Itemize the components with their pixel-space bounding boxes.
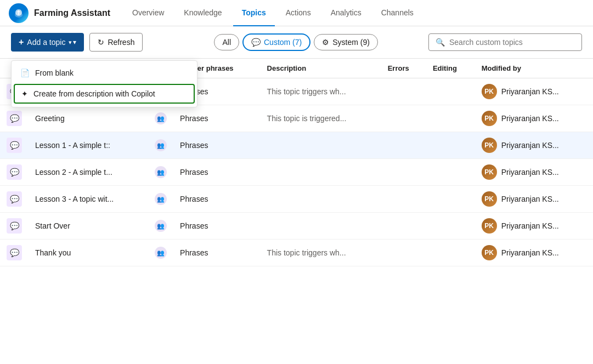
- modified-by-cell: PK Priyaranjan KS...: [475, 105, 593, 132]
- refresh-icon: ↻: [98, 38, 104, 47]
- modified-by-name: Priyaranjan KS...: [501, 114, 559, 123]
- description-cell: [261, 186, 381, 213]
- editing-cell: [426, 159, 475, 186]
- filter-system-button[interactable]: ⚙ System (9): [314, 34, 378, 50]
- editing-cell: [426, 105, 475, 132]
- top-nav-bar: Farming Assistant Overview Knowledge Top…: [0, 0, 593, 26]
- trigger-phrases-cell: Phrases: [173, 132, 261, 159]
- errors-cell: [381, 78, 426, 105]
- refresh-label: Refresh: [108, 38, 134, 47]
- filter-all-button[interactable]: All: [214, 34, 239, 50]
- nav-tab-topics[interactable]: Topics: [233, 0, 275, 26]
- phrases-icon: 👥: [155, 220, 167, 232]
- trigger-phrases-cell: Phrases: [173, 213, 261, 240]
- avatar: PK: [482, 164, 497, 180]
- nav-tab-knowledge[interactable]: Knowledge: [175, 0, 230, 26]
- table-row[interactable]: 💬Lesson 2 - A simple t...👥Phrases PK Pri…: [0, 159, 593, 186]
- modified-by-cell: PK Priyaranjan KS...: [475, 78, 593, 105]
- from-blank-item[interactable]: 📄 From blank: [12, 63, 197, 83]
- topic-type-icon: 💬: [7, 164, 22, 180]
- app-name-label: Farming Assistant: [34, 8, 110, 18]
- nav-tab-analytics[interactable]: Analytics: [322, 0, 370, 26]
- chat-icon: 💬: [251, 38, 261, 47]
- topic-name-cell: Lesson 2 - A simple t...: [29, 159, 148, 186]
- nav-tabs: Overview Knowledge Topics Actions Analyt…: [123, 0, 422, 26]
- add-topic-button[interactable]: + Add a topic ▾: [11, 33, 84, 52]
- topic-icon-cell: 💬: [0, 213, 29, 240]
- avatar: PK: [482, 138, 497, 153]
- trigger-phrases-cell: Phrases: [173, 105, 261, 132]
- logo-icon: [9, 3, 29, 23]
- toolbar: + Add a topic ▾ ↻ Refresh All 💬 Custom (…: [0, 26, 593, 59]
- avatar: PK: [482, 84, 497, 99]
- avatar: PK: [482, 245, 497, 260]
- filter-custom-button[interactable]: 💬 Custom (7): [242, 33, 310, 51]
- trigger-icon-cell: 👥: [148, 132, 173, 159]
- filter-system-label: System (9): [332, 38, 370, 47]
- col-editing: Editing: [426, 59, 475, 78]
- modified-by-info: PK Priyaranjan KS...: [482, 84, 586, 99]
- modified-by-info: PK Priyaranjan KS...: [482, 111, 586, 126]
- editing-cell: [426, 78, 475, 105]
- editing-cell: [426, 186, 475, 213]
- errors-cell: [381, 159, 426, 186]
- from-blank-label: From blank: [35, 69, 74, 77]
- nav-tab-channels[interactable]: Channels: [372, 0, 422, 26]
- trigger-icon-cell: 👥: [148, 213, 173, 240]
- table-row[interactable]: 💬Greeting👥PhrasesThis topic is triggered…: [0, 105, 593, 132]
- nav-tab-overview[interactable]: Overview: [123, 0, 173, 26]
- add-topic-dropdown: 📄 From blank ✦ Create from description w…: [11, 60, 197, 107]
- avatar: PK: [482, 111, 497, 126]
- topic-type-icon: 💬: [7, 191, 22, 207]
- trigger-phrases-cell: Phrases: [173, 240, 261, 266]
- description-cell: This topic triggers wh...: [261, 78, 381, 105]
- topic-type-icon: 💬: [7, 245, 22, 260]
- topic-icon-cell: 💬: [0, 159, 29, 186]
- topic-icon-cell: 💬: [0, 186, 29, 213]
- description-cell: This topic is triggered...: [261, 105, 381, 132]
- table-row[interactable]: 💬Lesson 3 - A topic wit...👥Phrases PK Pr…: [0, 186, 593, 213]
- editing-cell: [426, 132, 475, 159]
- search-input[interactable]: [449, 38, 575, 47]
- modified-by-name: Priyaranjan KS...: [501, 221, 559, 230]
- col-modified: Modified by: [475, 59, 593, 78]
- refresh-button[interactable]: ↻ Refresh: [89, 33, 143, 52]
- phrases-icon: 👥: [155, 193, 167, 205]
- description-cell: [261, 213, 381, 240]
- topic-type-icon: 💬: [7, 138, 22, 153]
- copilot-create-item[interactable]: ✦ Create from description with Copilot: [14, 84, 195, 104]
- table-row[interactable]: 💬Start Over👥Phrases PK Priyaranjan KS...: [0, 213, 593, 240]
- description-cell: [261, 132, 381, 159]
- modified-by-cell: PK Priyaranjan KS...: [475, 186, 593, 213]
- search-box[interactable]: 🔍: [428, 33, 582, 51]
- modified-by-name: Priyaranjan KS...: [501, 141, 559, 150]
- topic-type-icon: 💬: [7, 218, 22, 234]
- document-icon: 📄: [20, 69, 30, 77]
- trigger-icon-cell: 👥: [148, 159, 173, 186]
- table-row[interactable]: 💬Thank you👥PhrasesThis topic triggers wh…: [0, 240, 593, 266]
- topic-icon-cell: 💬: [0, 240, 29, 266]
- chevron-down-icon: ▾: [69, 38, 76, 46]
- search-icon: 🔍: [436, 38, 445, 47]
- modified-by-info: PK Priyaranjan KS...: [482, 164, 586, 180]
- topic-icon-cell: 💬: [0, 105, 29, 132]
- topic-name-cell: Thank you: [29, 240, 148, 266]
- modified-by-name: Priyaranjan KS...: [501, 87, 559, 96]
- topic-name-cell: Greeting: [29, 105, 148, 132]
- avatar: PK: [482, 218, 497, 234]
- modified-by-name: Priyaranjan KS...: [501, 195, 559, 203]
- modified-by-cell: PK Priyaranjan KS...: [475, 240, 593, 266]
- modified-by-cell: PK Priyaranjan KS...: [475, 132, 593, 159]
- table-row[interactable]: 💬Lesson 1 - A simple t::👥Phrases PK Priy…: [0, 132, 593, 159]
- copilot-icon: ✦: [21, 89, 28, 98]
- app-logo: Farming Assistant: [9, 3, 110, 23]
- modified-by-info: PK Priyaranjan KS...: [482, 218, 586, 234]
- nav-tab-actions[interactable]: Actions: [277, 0, 320, 26]
- filter-custom-label: Custom (7): [264, 38, 302, 47]
- modified-by-name: Priyaranjan KS...: [501, 168, 559, 177]
- editing-cell: [426, 213, 475, 240]
- copilot-label: Create from description with Copilot: [33, 89, 155, 98]
- phrases-icon: 👥: [155, 139, 167, 151]
- gear-icon: ⚙: [322, 38, 329, 47]
- editing-cell: [426, 240, 475, 266]
